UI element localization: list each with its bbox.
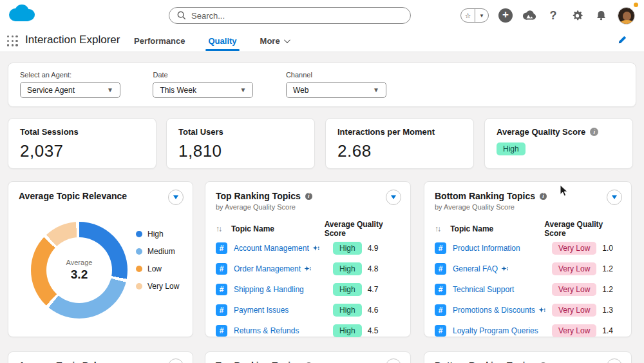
score-value: 4.8 — [368, 264, 379, 273]
hashtag-icon: # — [435, 325, 446, 337]
trailhead-button[interactable] — [522, 8, 536, 23]
card-filter-dropdown-button[interactable] — [386, 358, 401, 363]
score-value: 1.2 — [602, 264, 613, 273]
table-row[interactable]: # Promotions & Discounts Very Low1.3 — [435, 300, 621, 320]
einstein-sparkle-icon — [538, 307, 545, 314]
hashtag-icon: # — [216, 263, 227, 275]
date-filter: Date This Week▼ — [153, 71, 253, 98]
topic-link[interactable]: Promotions & Discounts — [453, 306, 545, 315]
topic-link[interactable]: Payment Issues — [234, 306, 289, 315]
help-button[interactable]: ? — [546, 8, 560, 23]
topic-link[interactable]: Product Information — [453, 244, 520, 253]
avatar-shirt — [620, 20, 634, 25]
info-icon[interactable]: i — [305, 193, 312, 200]
caret-down-icon — [391, 195, 396, 199]
topic-link[interactable]: Returns & Refunds — [234, 326, 299, 335]
tab-performance[interactable]: Performance — [134, 30, 185, 52]
legend-item-low: Low — [136, 264, 179, 273]
legend-item-medium: Medium — [136, 247, 179, 256]
card-subtitle: by Average Quality Score — [435, 203, 621, 211]
select-caret-icon: ▼ — [107, 86, 113, 93]
app-nav-bar: Interaction Explorer Performance Quality… — [0, 30, 644, 52]
topic-link[interactable]: General FAQ — [453, 264, 508, 273]
topic-link[interactable]: Technical Support — [453, 285, 514, 294]
topic-link[interactable]: Loyalty Program Queries — [453, 326, 538, 335]
hashtag-icon: # — [216, 325, 227, 337]
table-row[interactable]: # Product Information Very Low1.0 — [435, 238, 621, 259]
score-badge: High — [333, 283, 362, 296]
sort-arrows-icon[interactable]: ↑↓ — [216, 224, 231, 233]
donut-center-label: Average — [66, 259, 93, 266]
kpi-value: 1,810 — [178, 141, 303, 161]
bottom-ranking-topics-card: Bottom Ranking Topicsi by Average Qualit… — [424, 181, 632, 337]
user-avatar[interactable] — [618, 7, 635, 25]
tab-more[interactable]: More — [260, 30, 289, 52]
score-badge: High — [333, 304, 362, 317]
score-badge: Very Low — [552, 324, 596, 337]
hashtag-icon: # — [435, 304, 446, 316]
setup-button[interactable] — [570, 8, 584, 23]
date-select[interactable]: This Week▼ — [153, 82, 253, 98]
card-filter-dropdown-button[interactable] — [386, 190, 401, 205]
score-value: 1.0 — [602, 244, 613, 253]
column-avg-quality-score[interactable]: Average Quality Score — [544, 220, 621, 238]
donut-center-value: 3.2 — [71, 268, 88, 282]
table-row[interactable]: # Technical Support Very Low1.2 — [435, 279, 621, 300]
card-title: Average Topic Relevance — [19, 191, 182, 201]
card-filter-dropdown-button[interactable] — [607, 358, 622, 363]
table-row[interactable]: # Account Management High4.9 — [216, 238, 400, 259]
kpi-label: Average Quality Score — [497, 127, 585, 137]
quality-score-badge: High — [497, 142, 526, 155]
card-filter-dropdown-button[interactable] — [168, 358, 184, 363]
table-row[interactable]: # Returns & Refunds High4.5 — [216, 320, 400, 341]
agent-select[interactable]: Service Agent▼ — [20, 82, 120, 98]
favorites-control[interactable]: ☆ ▼ — [460, 8, 489, 23]
channel-filter-label: Channel — [286, 71, 386, 79]
global-search-input[interactable]: Search... — [169, 7, 411, 24]
avatar-face — [623, 12, 631, 21]
info-icon[interactable]: i — [590, 128, 598, 136]
kpi-value: 2,037 — [20, 141, 144, 161]
legend-dot — [136, 248, 142, 255]
kpi-total-sessions: Total Sessions 2,037 — [8, 118, 156, 169]
sort-arrows-icon[interactable]: ↑↓ — [435, 224, 450, 233]
card-filter-dropdown-button[interactable] — [168, 190, 184, 205]
table-row[interactable]: # Order Management High4.8 — [216, 259, 400, 279]
table-row[interactable]: # Shipping & Handling High4.7 — [216, 279, 400, 300]
topic-link[interactable]: Order Management — [234, 264, 311, 273]
salesforce-logo[interactable] — [6, 4, 37, 28]
tab-quality[interactable]: Quality — [208, 30, 236, 52]
add-button[interactable]: + — [498, 8, 513, 23]
channel-select[interactable]: Web▼ — [286, 82, 386, 98]
table-row[interactable]: # Loyalty Program Queries Very Low1.4 — [435, 320, 621, 341]
kpi-label: Total Sessions — [20, 127, 144, 137]
bell-icon — [596, 10, 607, 21]
column-topic-name[interactable]: Topic Name — [231, 224, 314, 233]
gear-icon — [571, 10, 583, 22]
favorites-star-icon[interactable]: ☆ — [461, 8, 475, 23]
einstein-sparkle-icon — [312, 245, 319, 252]
score-value: 1.4 — [602, 326, 613, 335]
channel-filter: Channel Web▼ — [286, 71, 386, 98]
notifications-button[interactable] — [594, 8, 608, 23]
column-avg-quality-score[interactable]: Average Quality Score — [325, 220, 400, 238]
score-value: 4.7 — [368, 285, 379, 294]
score-badge: High — [333, 242, 362, 255]
hashtag-icon: # — [435, 242, 446, 254]
legend-dot — [136, 283, 142, 289]
topic-link[interactable]: Shipping & Handling — [234, 285, 304, 294]
donut-chart: Average 3.2 — [31, 222, 128, 319]
edit-pencil-icon[interactable] — [618, 35, 627, 47]
card-filter-dropdown-button[interactable] — [607, 190, 622, 205]
table-row[interactable]: # Payment Issues High4.6 — [216, 300, 400, 320]
score-badge: Very Low — [552, 304, 596, 317]
table-row[interactable]: # General FAQ Very Low1.2 — [435, 259, 621, 279]
legend-item-very-low: Very Low — [136, 282, 179, 291]
column-topic-name[interactable]: Topic Name — [450, 224, 534, 233]
favorites-caret-icon[interactable]: ▼ — [475, 8, 488, 23]
info-icon[interactable]: i — [540, 193, 547, 200]
card-title: Bottom Ranking Topics — [435, 191, 535, 201]
kpi-interactions-per-moment: Interactions per Moment 2.68 — [325, 118, 474, 169]
app-launcher-icon[interactable] — [7, 35, 18, 46]
topic-link[interactable]: Account Management — [234, 244, 319, 253]
